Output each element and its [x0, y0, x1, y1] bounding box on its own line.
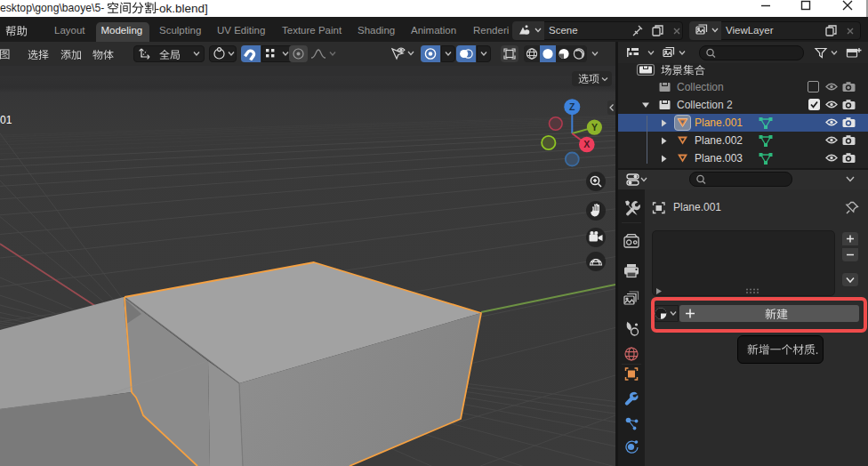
- svg-text:X: X: [583, 139, 590, 149]
- svg-text:Z: Z: [569, 101, 575, 112]
- svg-text:Y: Y: [591, 122, 598, 133]
